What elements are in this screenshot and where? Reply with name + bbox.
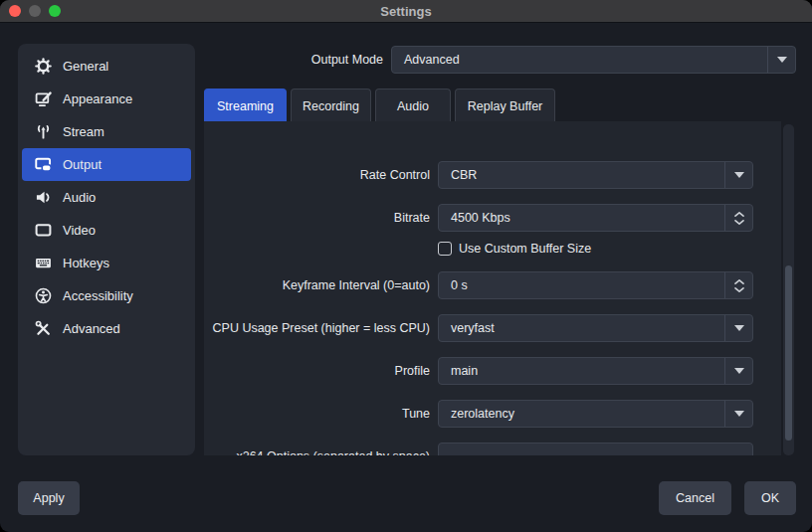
sidebar-item-audio[interactable]: Audio	[22, 181, 191, 214]
bitrate-label: Bitrate	[204, 204, 430, 232]
sidebar-item-label: Audio	[63, 190, 96, 205]
spinner-buttons[interactable]	[724, 272, 752, 298]
ok-button[interactable]: OK	[744, 481, 796, 515]
chevron-down-icon	[734, 172, 744, 178]
window-title: Settings	[380, 4, 431, 19]
bitrate-value: 4500 Kbps	[439, 205, 724, 231]
checkbox-icon	[438, 242, 452, 256]
scrollbar-track[interactable]	[783, 124, 794, 455]
bitrate-row: Bitrate 4500 Kbps	[204, 204, 781, 232]
scrollbar-thumb[interactable]	[785, 266, 792, 441]
tune-label: Tune	[204, 400, 430, 428]
dropdown-arrow-area	[724, 401, 752, 427]
sidebar-item-output[interactable]: Output	[22, 148, 191, 181]
sidebar-item-accessibility[interactable]: Accessibility	[22, 279, 191, 312]
tab-label: Replay Buffer	[468, 99, 543, 113]
spinner-buttons[interactable]	[724, 205, 752, 231]
output-mode-value: Advanced	[392, 47, 767, 73]
bitrate-spinner[interactable]: 4500 Kbps	[438, 204, 753, 232]
sidebar-item-label: Hotkeys	[63, 256, 109, 270]
stream-icon	[35, 123, 52, 140]
chevron-up-icon	[734, 279, 744, 284]
sidebar-item-advanced[interactable]: Advanced	[22, 312, 191, 345]
speaker-icon	[35, 189, 52, 206]
profile-row: Profile main	[204, 357, 781, 385]
tune-value: zerolatency	[439, 401, 724, 427]
minimize-window-button[interactable]	[29, 5, 41, 17]
chevron-down-icon	[734, 411, 744, 417]
traffic-lights	[9, 5, 61, 17]
tab-streaming[interactable]: Streaming	[204, 89, 287, 122]
titlebar: Settings	[0, 0, 812, 23]
cpu-usage-preset-dropdown[interactable]: veryfast	[438, 314, 753, 342]
accessibility-icon	[35, 287, 52, 304]
close-window-button[interactable]	[9, 5, 21, 17]
settings-window: Settings General Appearance	[0, 0, 812, 532]
sidebar-item-label: General	[63, 59, 108, 74]
chevron-down-icon	[734, 325, 744, 331]
sidebar-item-stream[interactable]: Stream	[22, 115, 191, 148]
tab-recording[interactable]: Recording	[291, 89, 371, 122]
rate-control-label: Rate Control	[204, 161, 430, 189]
tab-label: Audio	[397, 99, 429, 113]
sidebar-item-label: Video	[63, 223, 96, 238]
x264-options-value	[439, 443, 752, 455]
cancel-button-label: Cancel	[676, 491, 714, 505]
dropdown-arrow-area	[724, 315, 752, 341]
sidebar-item-video[interactable]: Video	[22, 214, 191, 247]
sidebar-item-label: Output	[63, 157, 102, 172]
tools-icon	[35, 320, 52, 337]
x264-options-input[interactable]	[438, 443, 753, 455]
profile-label: Profile	[204, 357, 430, 385]
dropdown-arrow-area	[724, 358, 752, 384]
checkbox-label: Use Custom Buffer Size	[459, 242, 591, 256]
sidebar-item-appearance[interactable]: Appearance	[22, 83, 191, 115]
cpu-usage-preset-value: veryfast	[439, 315, 724, 341]
sidebar-item-label: Accessibility	[63, 288, 133, 303]
monitor-icon	[35, 222, 52, 239]
sidebar-item-label: Appearance	[63, 91, 132, 106]
x264-options-row: x264 Options (separated by space)	[204, 443, 781, 455]
chevron-up-icon	[734, 212, 744, 217]
cpu-usage-preset-label: CPU Usage Preset (higher = less CPU)	[204, 314, 430, 342]
dropdown-arrow-area	[767, 47, 795, 73]
output-mode-label: Output Mode	[249, 47, 383, 74]
zoom-window-button[interactable]	[49, 5, 61, 17]
sidebar-item-general[interactable]: General	[22, 50, 191, 83]
settings-sidebar: General Appearance Stream Out	[18, 44, 195, 455]
gear-icon	[35, 58, 52, 75]
sidebar-item-label: Stream	[63, 124, 104, 139]
streaming-settings-panel: Rate Control CBR Bitrate 4500 Kbps Use C…	[204, 121, 781, 455]
keyboard-icon	[35, 255, 52, 271]
profile-dropdown[interactable]: main	[438, 357, 753, 385]
apply-button[interactable]: Apply	[18, 481, 80, 515]
sidebar-item-label: Advanced	[63, 321, 120, 336]
cancel-button[interactable]: Cancel	[659, 481, 731, 515]
rate-control-dropdown[interactable]: CBR	[438, 161, 753, 189]
custom-buffer-row: Use Custom Buffer Size	[204, 242, 781, 256]
tune-dropdown[interactable]: zerolatency	[438, 400, 753, 428]
use-custom-buffer-checkbox[interactable]: Use Custom Buffer Size	[438, 242, 591, 256]
tab-label: Streaming	[217, 99, 274, 113]
output-mode-dropdown[interactable]: Advanced	[391, 46, 796, 74]
rate-control-value: CBR	[439, 162, 724, 188]
output-icon	[35, 156, 52, 173]
keyframe-interval-spinner[interactable]: 0 s	[438, 271, 753, 299]
ok-button-label: OK	[761, 491, 779, 505]
x264-options-label: x264 Options (separated by space)	[204, 443, 430, 455]
rate-control-row: Rate Control CBR	[204, 161, 781, 189]
chevron-down-icon	[734, 287, 744, 292]
profile-value: main	[439, 358, 724, 384]
tab-label: Recording	[303, 99, 359, 113]
chevron-down-icon	[734, 368, 744, 374]
sidebar-item-hotkeys[interactable]: Hotkeys	[22, 247, 191, 279]
keyframe-interval-row: Keyframe Interval (0=auto) 0 s	[204, 271, 781, 299]
keyframe-interval-value: 0 s	[439, 272, 724, 298]
cpu-usage-preset-row: CPU Usage Preset (higher = less CPU) ver…	[204, 314, 781, 342]
tab-audio[interactable]: Audio	[375, 89, 451, 122]
apply-button-label: Apply	[33, 491, 64, 505]
tune-row: Tune zerolatency	[204, 400, 781, 428]
chevron-down-icon	[777, 57, 787, 63]
tab-replay-buffer[interactable]: Replay Buffer	[455, 89, 555, 122]
keyframe-interval-label: Keyframe Interval (0=auto)	[204, 271, 430, 299]
